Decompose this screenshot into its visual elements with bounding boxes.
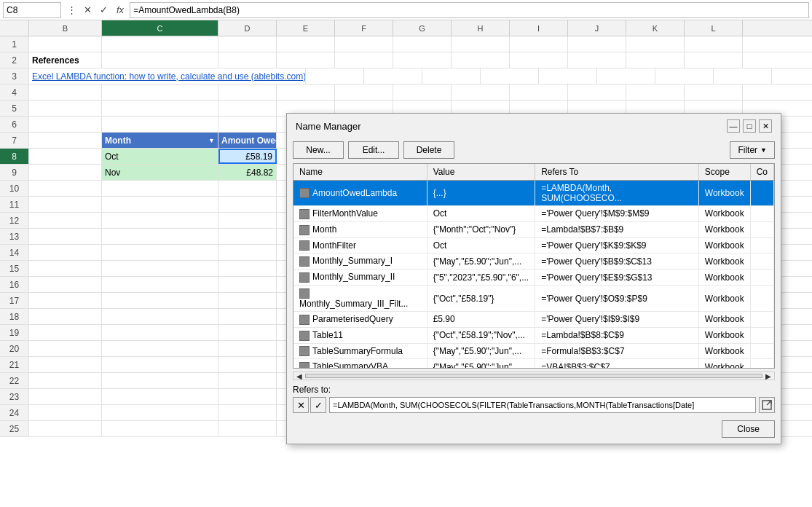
cancel-refers-icon[interactable]: ✕ (293, 397, 309, 413)
col-header-f[interactable]: F (335, 20, 393, 36)
cell-g1[interactable] (393, 36, 452, 52)
filter-button[interactable]: Filter ▼ (730, 141, 775, 159)
cell-l1[interactable] (685, 36, 743, 52)
name-cell: AmountOwedLambda (293, 181, 427, 206)
refers-to-cell: ='Power Query'!$K$9:$K$9 (535, 237, 699, 254)
table-row: 2 References (0, 52, 812, 68)
horizontal-scrollbar[interactable]: ◀ ▶ (293, 372, 775, 380)
cell-c2[interactable] (102, 52, 218, 68)
cell-c8[interactable]: Oct (102, 149, 218, 164)
cell-i1[interactable] (510, 36, 568, 52)
col-header-d[interactable]: D (218, 20, 277, 36)
cell-b1[interactable] (29, 36, 102, 52)
grid-icon (299, 256, 310, 267)
delete-button[interactable]: Delete (403, 141, 454, 159)
cell-i2[interactable] (510, 52, 568, 68)
formula-input[interactable] (130, 2, 809, 18)
cell-f3[interactable] (422, 68, 481, 84)
scope-cell: Workbook (698, 181, 750, 206)
cell-h1[interactable] (452, 36, 510, 52)
cell-k3[interactable] (714, 68, 772, 84)
cell-d9[interactable]: £48.82 (218, 165, 277, 180)
cell-d3[interactable] (306, 68, 364, 84)
scroll-track[interactable] (305, 374, 762, 378)
cell-g3[interactable] (481, 68, 539, 84)
new-button[interactable]: New... (293, 141, 344, 159)
cancel-icon[interactable]: ✕ (80, 3, 95, 17)
col-header-l[interactable]: L (685, 20, 743, 36)
cell-e2[interactable] (277, 52, 335, 68)
table-row[interactable]: Monthly_Summary_III_Filt...{"Oct","£58.1… (293, 286, 774, 312)
col-header-c[interactable]: C (102, 20, 218, 36)
minimize-button[interactable]: — (727, 119, 740, 133)
name-table-container: Name Value Refers To Scope Co AmountOwed… (293, 163, 775, 369)
col-header-scope[interactable]: Scope (698, 164, 750, 181)
col-header-value[interactable]: Value (427, 164, 535, 181)
scroll-left-arrow[interactable]: ◀ (296, 372, 302, 380)
cell-k1[interactable] (626, 36, 685, 52)
col-header-name[interactable]: Name (293, 164, 427, 181)
refers-to-icons: ✕ ✓ (293, 397, 326, 413)
refers-to-section: Refers to: ✕ ✓ (287, 380, 781, 416)
expand-refers-to-icon[interactable] (759, 397, 775, 413)
cell-l3[interactable] (772, 68, 812, 84)
cell-e1[interactable] (277, 36, 335, 52)
cell-k2[interactable] (626, 52, 685, 68)
close-dialog-x-button[interactable]: ✕ (759, 119, 772, 133)
cell-b2[interactable]: References (29, 52, 102, 68)
col-header-k[interactable]: K (626, 20, 685, 36)
close-button[interactable]: Close (722, 420, 775, 438)
table-row[interactable]: Month{"Month";"Oct";"Nov"}=Lambda!$B$7:$… (293, 221, 774, 237)
dialog-toolbar: New... Edit... Delete Filter ▼ (287, 137, 781, 163)
cell-h3[interactable] (539, 68, 597, 84)
table-row[interactable]: Monthly_Summary_I{"May","£5.90";"Jun",..… (293, 254, 774, 270)
name-cell: Monthly_Summary_III_Filt... (293, 286, 427, 312)
col-header-e[interactable]: E (277, 20, 335, 36)
col-header-j[interactable]: J (568, 20, 626, 36)
cell-j2[interactable] (568, 52, 626, 68)
cell-h2[interactable] (452, 52, 510, 68)
table-row[interactable]: MonthFilterOct='Power Query'!$K$9:$K$9Wo… (293, 237, 774, 254)
cell-c9[interactable]: Nov (102, 165, 218, 180)
cell-c8-value[interactable]: £58.19 (218, 149, 277, 164)
table-row[interactable]: Monthly_Summary_II{"5","2023","£5.90","6… (293, 270, 774, 286)
confirm-icon[interactable]: ✓ (96, 3, 111, 17)
cell-j1[interactable] (568, 36, 626, 52)
cell-l2[interactable] (685, 52, 743, 68)
more-options-icon[interactable]: ⋮ (64, 3, 79, 17)
cell-ref-input[interactable] (3, 2, 61, 18)
restore-button[interactable]: □ (743, 119, 756, 133)
table-row[interactable]: AmountOwedLambda{...}=LAMBDA(Month, SUM(… (293, 181, 774, 206)
cell-c1[interactable] (102, 36, 218, 52)
table-row[interactable]: Table11{"Oct","£58.19";"Nov",...=Lambda!… (293, 327, 774, 343)
col-header-h[interactable]: H (452, 20, 510, 36)
table-row[interactable]: ParameterisedQuery£5.90='Power Query'!$I… (293, 311, 774, 327)
col-header-g[interactable]: G (393, 20, 452, 36)
confirm-refers-icon[interactable]: ✓ (310, 397, 326, 413)
table-row[interactable]: TableSummaryFormula{"May","£5.90";"Jun",… (293, 343, 774, 359)
cell-b3-link[interactable]: Excel LAMBDA function: how to write, cal… (29, 68, 306, 84)
cell-f2[interactable] (335, 52, 393, 68)
cell-e3[interactable] (364, 68, 422, 84)
cell-j3[interactable] (655, 68, 714, 84)
col-header-refers-to[interactable]: Refers To (535, 164, 699, 181)
value-cell: {...} (427, 181, 535, 206)
cell-f1[interactable] (335, 36, 393, 52)
refers-to-input[interactable] (329, 397, 756, 413)
cell-d1[interactable] (218, 36, 277, 52)
edit-button[interactable]: Edit... (348, 141, 399, 159)
table-row[interactable]: FilterMonthValueOct='Power Query'!$M$9:$… (293, 206, 774, 222)
month-header[interactable]: Month ▼ (102, 133, 218, 148)
cell-i3[interactable] (597, 68, 655, 84)
amount-owed-header[interactable]: Amount Owed ▼ (218, 133, 277, 148)
col-header-i[interactable]: I (510, 20, 568, 36)
table-row[interactable]: TableSummaryVBA{"May","£5.90";"Jun",...=… (293, 359, 774, 368)
table-scroll-area[interactable]: Name Value Refers To Scope Co AmountOwed… (293, 164, 774, 368)
scroll-right-arrow[interactable]: ▶ (765, 372, 771, 380)
cell-d2[interactable] (218, 52, 277, 68)
col-header-comment[interactable]: Co (750, 164, 773, 181)
month-dropdown-icon[interactable]: ▼ (208, 137, 215, 144)
cell-g2[interactable] (393, 52, 452, 68)
col-header-b[interactable]: B (29, 20, 102, 36)
refers-to-cell: =Lambda!$B$8:$C$9 (535, 327, 699, 343)
